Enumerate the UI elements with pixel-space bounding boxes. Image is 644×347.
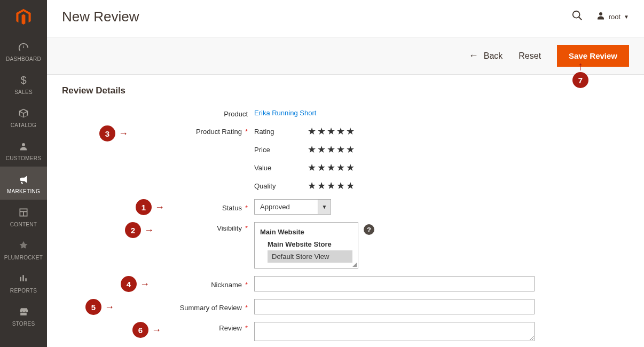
user-menu[interactable]: root ▼ [596,11,629,23]
nav-label: MARKETING [7,188,40,194]
row-rating: Product Rating * Rating ★★★★★ Price ★★★★… [62,125,629,192]
resize-handle[interactable] [351,262,357,267]
nav-label: CUSTOMERS [6,155,41,161]
nav-catalog[interactable]: CATALOG [0,100,47,133]
nav-marketing[interactable]: MARKETING [0,167,47,200]
star-icon[interactable]: ★ [336,125,345,137]
star-icon[interactable]: ★ [317,144,326,155]
svg-line-1 [578,17,582,20]
reset-button[interactable]: Reset [519,51,541,61]
star-icon[interactable]: ★ [327,180,335,192]
star-icon[interactable]: ★ [336,144,345,155]
summary-label: Summary of Review [180,304,242,312]
nav-plumrocket[interactable]: PLUMROCKET [0,233,47,266]
arrow-left-icon: ← [469,50,478,61]
caret-down-icon: ▼ [318,199,331,215]
row-product: Product Erika Running Short [62,108,629,118]
nav-label: REPORTS [10,288,37,294]
rating-row-price: Price ★★★★★ [254,144,629,155]
star-icon[interactable]: ★ [346,162,355,174]
back-button[interactable]: ← Back [469,50,503,61]
row-visibility: Visibility * Main Website Main Website S… [62,222,629,269]
nav-label: CONTENT [10,222,37,227]
stars-rating: ★★★★★ [308,125,355,137]
required-marker: * [245,204,248,212]
nav-label: PLUMROCKET [4,255,43,261]
star-icon[interactable]: ★ [308,162,316,174]
visibility-label: Visibility [217,224,242,232]
nav-label: SALES [14,89,33,95]
nav-dashboard[interactable]: DASHBOARD [0,34,47,67]
nav-label: CATALOG [11,122,36,128]
user-icon [596,11,606,23]
star-icon[interactable]: ★ [308,144,316,155]
star-icon[interactable]: ★ [317,180,326,192]
nickname-label: Nickname [211,281,242,289]
product-label: Product [224,110,248,118]
star-icon[interactable]: ★ [327,144,335,155]
magento-logo-icon[interactable] [13,6,34,28]
star-icon[interactable]: ★ [336,162,345,174]
nav-reports[interactable]: REPORTS [0,266,47,299]
user-name: root [609,13,621,21]
required-marker: * [245,281,248,289]
callout-7: ↑ 7 [572,63,588,88]
rating-name: Rating [254,128,308,136]
star-icon[interactable]: ★ [308,180,316,192]
star-icon[interactable]: ★ [317,125,326,137]
star-icon[interactable]: ★ [317,162,326,174]
rating-label: Product Rating [196,128,242,136]
status-select[interactable]: Approved ▼ [254,199,629,215]
product-link[interactable]: Erika Running Short [254,109,316,117]
nickname-input[interactable] [254,276,535,291]
rating-name: Price [254,146,308,154]
stars-quality: ★★★★★ [308,180,355,192]
rating-row-quality: Quality ★★★★★ [254,180,629,192]
sidebar: DASHBOARD $ SALES CATALOG CUSTOMERS MARK… [0,0,47,347]
visibility-store: Main Website Store [268,240,352,248]
nav-sales[interactable]: $ SALES [0,67,47,100]
summary-input[interactable] [254,299,535,314]
section-title: Review Details [62,85,629,96]
form-content: Review Details Product Erika Running Sho… [47,85,644,347]
stars-price: ★★★★★ [308,144,355,155]
svg-point-0 [572,11,579,18]
stars-value: ★★★★★ [308,162,355,174]
help-icon[interactable]: ? [364,224,374,235]
nav-stores[interactable]: STORES [0,299,47,332]
nav-customers[interactable]: CUSTOMERS [0,133,47,167]
status-label: Status [222,204,242,212]
rating-name: Quality [254,182,308,190]
rating-row-value: Value ★★★★★ [254,162,629,174]
page-title: New Review [62,9,139,25]
caret-down-icon: ▼ [624,14,629,20]
star-icon[interactable]: ★ [336,180,345,192]
layout-icon [17,206,30,219]
dollar-icon: $ [17,74,30,86]
star-icon[interactable]: ★ [346,144,355,155]
visibility-view[interactable]: Default Store View [268,250,352,263]
status-value: Approved [254,199,318,215]
save-label: Save Review [569,51,617,60]
row-status: Status * Approved ▼ 1 → [62,199,629,215]
back-label: Back [484,51,503,61]
required-marker: * [245,128,248,136]
rating-row-rating: Rating ★★★★★ [254,125,629,137]
review-textarea[interactable] [254,322,535,341]
star-icon[interactable]: ★ [346,180,355,192]
reset-label: Reset [519,51,541,60]
rocket-icon [17,239,30,252]
star-icon[interactable]: ★ [308,125,316,137]
star-icon[interactable]: ★ [346,125,355,137]
required-marker: * [245,304,248,312]
required-marker: * [245,224,248,232]
search-icon[interactable] [571,10,583,24]
bars-icon [17,272,30,285]
nav-label: DASHBOARD [6,56,41,62]
star-icon[interactable]: ★ [327,162,335,174]
visibility-select[interactable]: Main Website Main Website Store Default … [254,222,358,269]
review-label: Review [219,324,242,332]
star-icon[interactable]: ★ [327,125,335,137]
nav-content[interactable]: CONTENT [0,200,47,233]
save-review-button[interactable]: Save Review [557,45,629,67]
